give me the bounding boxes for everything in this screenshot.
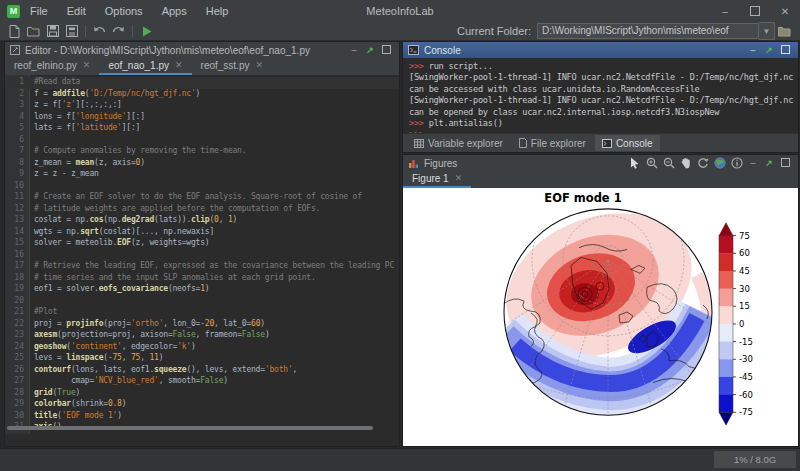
- panel-maximize-icon[interactable]: [777, 45, 793, 56]
- colorbar-tick-label: -75: [739, 407, 753, 417]
- info-icon[interactable]: [728, 156, 745, 171]
- tab-file-explorer[interactable]: File explorer: [512, 135, 593, 151]
- code-editor-area[interactable]: 1#Read data2f = addfile('D:/Temp/nc/hgt_…: [5, 75, 399, 434]
- current-folder-combobox[interactable]: D:\Working\MIScript\Jython\mis\meteo\eof: [537, 23, 759, 39]
- new-file-icon[interactable]: [5, 23, 24, 39]
- redo-icon[interactable]: [109, 23, 128, 39]
- tab-label: File explorer: [531, 138, 586, 149]
- tab-label: eof_nao_1.py: [108, 60, 169, 71]
- window-close-button[interactable]: ✕: [770, 0, 800, 22]
- horizontal-scrollbar[interactable]: [7, 426, 373, 430]
- code-line: 30title('EOF mode 1'): [5, 411, 399, 423]
- code-line: 3z = f['z'][:,:,:,:]: [5, 100, 399, 112]
- undo-icon[interactable]: [90, 23, 109, 39]
- panel-minimize-icon[interactable]: –: [346, 45, 362, 55]
- panel-float-icon[interactable]: ↗: [761, 158, 777, 168]
- line-number: 10: [5, 181, 24, 190]
- code-line: 25levs = linspace(-75, 75, 11): [5, 353, 399, 365]
- close-icon[interactable]: ✕: [175, 60, 183, 70]
- colorbar-tick-label: -30: [739, 354, 753, 364]
- tab-variable-explorer[interactable]: Variable explorer: [407, 135, 510, 151]
- tab-eof-nao-1[interactable]: eof_nao_1.py ✕: [99, 57, 191, 75]
- panel-minimize-icon[interactable]: –: [745, 158, 761, 168]
- line-number: 3: [5, 100, 24, 109]
- tab-reof-sst[interactable]: reof_sst.py ✕: [192, 57, 272, 75]
- figure-canvas[interactable]: EOF mode 1: [403, 188, 798, 446]
- console-line: >>> plt.antialias(): [409, 118, 792, 129]
- console-line: can be opened by class ucar.nc2.internal…: [409, 107, 792, 118]
- close-icon[interactable]: ✕: [255, 60, 263, 70]
- save-as-icon[interactable]: [62, 23, 81, 39]
- line-number: 1: [5, 77, 24, 86]
- panel-float-icon[interactable]: ↗: [362, 45, 378, 55]
- meteoinfo-logo-icon: M: [7, 5, 20, 18]
- cursor-icon[interactable]: [626, 156, 643, 171]
- line-number: 22: [5, 319, 24, 328]
- pan-hand-icon[interactable]: [677, 156, 694, 171]
- line-number: 7: [5, 146, 24, 155]
- code-line: 18# time series and the input SLP anomal…: [5, 273, 399, 285]
- colorbar: 75604530150-15-30-45-60-75: [719, 223, 753, 425]
- tab-figure-1[interactable]: Figure 1 ✕: [403, 170, 471, 188]
- tab-reof-elnino[interactable]: reof_elnino.py ✕: [5, 57, 99, 75]
- globe-icon[interactable]: [711, 156, 728, 171]
- menu-help[interactable]: Help: [206, 5, 229, 17]
- run-script-icon[interactable]: [137, 23, 156, 39]
- line-number: 27: [5, 376, 24, 385]
- status-bar: 1% / 8.0G: [0, 448, 800, 471]
- line-number: 26: [5, 365, 24, 374]
- line-number: 15: [5, 238, 24, 247]
- line-number: 23: [5, 330, 24, 339]
- code-line: 22proj = projinfo(proj='ortho', lon_0=-2…: [5, 319, 399, 331]
- close-icon[interactable]: ✕: [455, 173, 463, 183]
- code-line: 26contourf(lons, lats, eof1.squeeze(), l…: [5, 365, 399, 377]
- line-number: 24: [5, 342, 24, 351]
- chevron-down-icon[interactable]: ▼: [759, 22, 775, 40]
- zoom-out-icon[interactable]: [660, 156, 677, 171]
- console-line: >>> run script...: [409, 61, 792, 72]
- console-output[interactable]: >>> run script... [SwingWorker-pool-1-th…: [403, 58, 798, 134]
- colorbar-tick-label: 60: [739, 248, 750, 258]
- menu-edit[interactable]: Edit: [67, 5, 86, 17]
- line-number: 6: [5, 135, 24, 144]
- panel-minimize-icon[interactable]: –: [745, 45, 761, 55]
- code-line: 29colorbar(shrink=0.8): [5, 399, 399, 411]
- code-line: 5lats = f['latitude'][:]: [5, 123, 399, 135]
- line-number: 29: [5, 399, 24, 408]
- code-line: 1#Read data: [5, 77, 399, 89]
- figures-panel-header: Figures: [403, 155, 798, 171]
- console-panel: Console – ↗ >>> run script... [SwingWork…: [402, 41, 799, 153]
- zoom-in-icon[interactable]: [643, 156, 660, 171]
- code-line: 20: [5, 296, 399, 308]
- line-number: 2: [5, 89, 24, 98]
- rotate-icon[interactable]: [694, 156, 711, 171]
- window-minimize-button[interactable]: –: [710, 0, 740, 22]
- code-line: 16: [5, 250, 399, 262]
- colorbar-tick-label: 0: [739, 319, 744, 329]
- save-icon[interactable]: [43, 23, 62, 39]
- panel-float-icon[interactable]: ↗: [761, 45, 777, 55]
- line-number: 9: [5, 169, 24, 178]
- menu-apps[interactable]: Apps: [162, 5, 187, 17]
- panel-maximize-icon[interactable]: [777, 158, 793, 169]
- open-folder-icon[interactable]: [24, 23, 43, 39]
- memory-indicator[interactable]: 1% / 8.0G: [714, 451, 796, 468]
- code-line: 17# Retrieve the leading EOF, expressed …: [5, 261, 399, 273]
- tab-label: Console: [616, 138, 653, 149]
- close-icon[interactable]: ✕: [83, 60, 91, 70]
- console-line: [SwingWorker-pool-1-thread-1] INFO ucar.…: [409, 72, 792, 83]
- eof-contour-field: [485, 188, 714, 403]
- code-line: 19eof1 = solver.eofs_covariance(neofs=1): [5, 284, 399, 296]
- menu-file[interactable]: File: [30, 5, 48, 17]
- main-toolbar: Current Folder: D:\Working\MIScript\Jyth…: [0, 22, 800, 41]
- line-number: 25: [5, 353, 24, 362]
- terminal-icon: [408, 45, 419, 55]
- panel-maximize-icon[interactable]: [378, 45, 394, 56]
- browse-folder-icon[interactable]: [775, 23, 794, 39]
- colorbar-tick-label: 15: [739, 301, 750, 311]
- menu-options[interactable]: Options: [105, 5, 143, 17]
- line-number: 18: [5, 273, 24, 282]
- table-icon: [414, 139, 424, 148]
- tab-console[interactable]: Console: [595, 135, 660, 151]
- window-maximize-button[interactable]: [740, 0, 770, 22]
